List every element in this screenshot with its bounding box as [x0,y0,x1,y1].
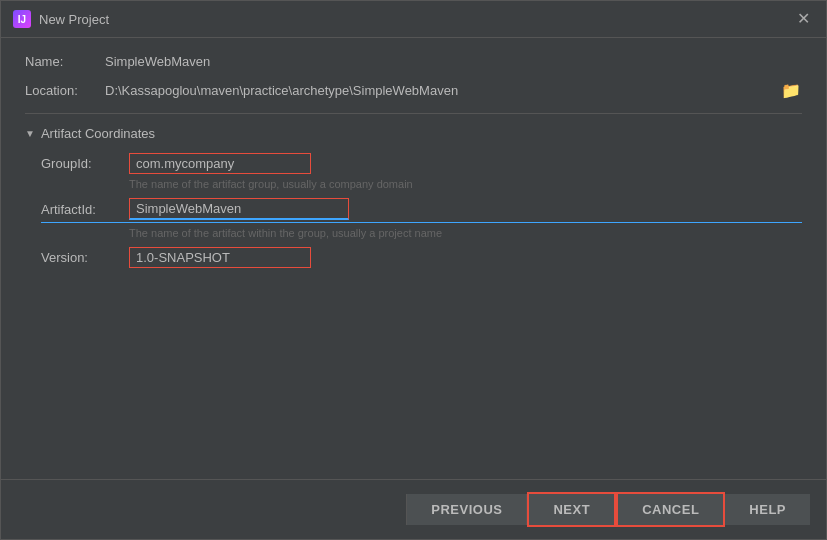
location-label: Location: [25,83,105,98]
version-label: Version: [41,250,121,265]
version-row: Version: [41,247,802,268]
new-project-window: IJ New Project ✕ Name: SimpleWebMaven Lo… [0,0,827,540]
groupid-block: GroupId: The name of the artifact group,… [41,153,802,190]
groupid-row: GroupId: [41,153,802,174]
chevron-icon: ▼ [25,128,35,139]
separator [25,113,802,114]
artifact-header[interactable]: ▼ Artifact Coordinates [25,126,802,141]
folder-button[interactable]: 📁 [780,79,802,101]
footer-buttons: PREVIOUS NEXT CANCEL HELP [406,492,810,527]
window-title: New Project [39,12,109,27]
artifact-section-title: Artifact Coordinates [41,126,155,141]
app-icon: IJ [13,10,31,28]
artifact-fields: GroupId: The name of the artifact group,… [25,153,802,274]
groupid-hint: The name of the artifact group, usually … [41,178,802,190]
version-block: Version: [41,247,802,268]
artifactid-hint: The name of the artifact within the grou… [41,227,802,239]
artifactid-block: ArtifactId: The name of the artifact wit… [41,198,802,239]
title-bar-left: IJ New Project [13,10,109,28]
title-bar: IJ New Project ✕ [1,1,826,38]
groupid-input[interactable] [129,153,311,174]
next-button[interactable]: NEXT [527,492,616,527]
name-row: Name: SimpleWebMaven [25,54,802,69]
artifactid-label: ArtifactId: [41,202,121,217]
location-value: D:\Kassapoglou\maven\practice\archetype\… [105,83,780,98]
groupid-label: GroupId: [41,156,121,171]
previous-button[interactable]: PREVIOUS [406,494,527,525]
cancel-button[interactable]: CANCEL [616,492,725,527]
version-input[interactable] [129,247,311,268]
name-label: Name: [25,54,105,69]
close-button[interactable]: ✕ [793,9,814,29]
help-button[interactable]: HELP [725,494,810,525]
name-value: SimpleWebMaven [105,54,802,69]
content-area: Name: SimpleWebMaven Location: D:\Kassap… [1,38,826,479]
location-row: Location: D:\Kassapoglou\maven\practice\… [25,79,802,101]
artifactid-row: ArtifactId: [41,198,802,220]
footer: PREVIOUS NEXT CANCEL HELP [1,479,826,539]
artifact-section: ▼ Artifact Coordinates GroupId: The name… [25,126,802,274]
active-underline [41,222,802,223]
artifactid-input[interactable] [129,198,349,220]
